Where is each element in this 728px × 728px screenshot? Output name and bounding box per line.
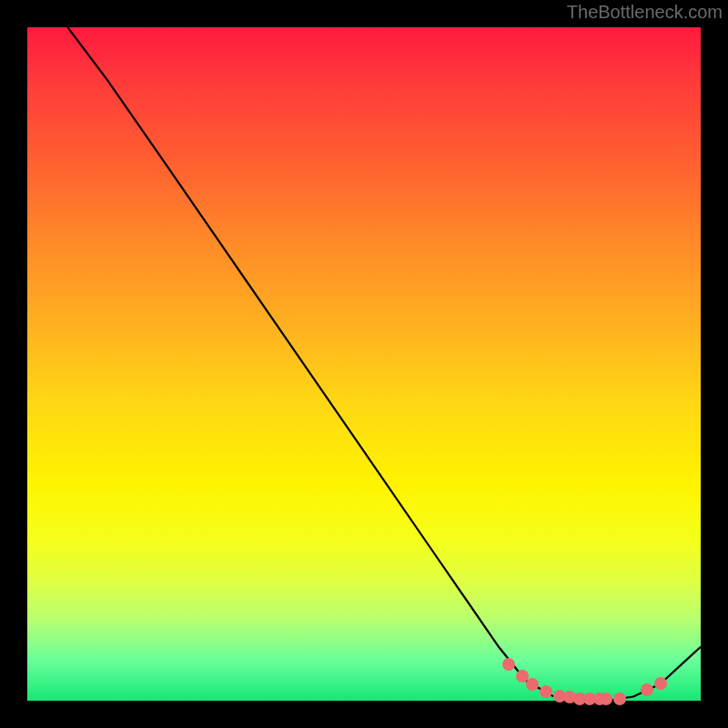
marker-dot: [540, 685, 552, 698]
attribution-text: TheBottleneck.com: [567, 2, 723, 23]
curve-path: [67, 27, 701, 701]
marker-dot: [600, 693, 612, 705]
plot-area: [27, 27, 701, 701]
line-chart-svg: [27, 27, 701, 701]
marker-dot: [502, 658, 515, 671]
marker-dot: [654, 677, 667, 690]
marker-dot: [526, 678, 539, 691]
marker-dot: [641, 683, 653, 696]
marker-dot: [613, 693, 626, 705]
